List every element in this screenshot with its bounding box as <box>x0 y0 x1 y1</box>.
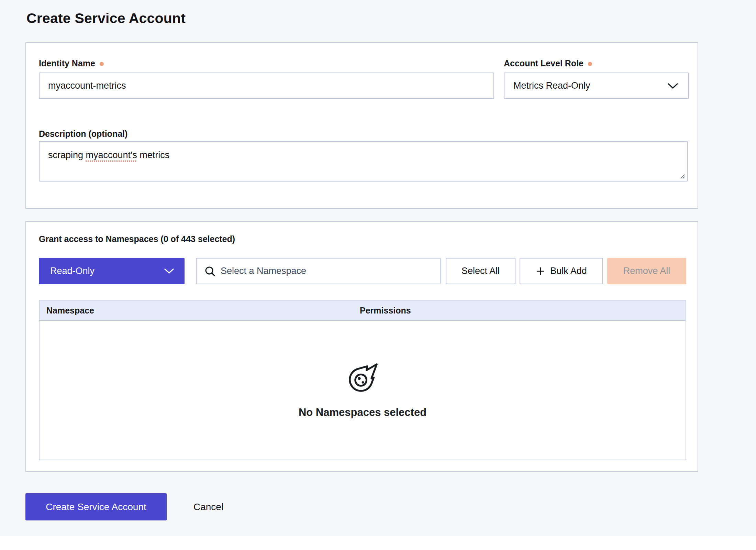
namespaces-toolbar: Read-Only Select All <box>39 258 686 284</box>
page-title: Create Service Account <box>26 10 186 26</box>
chevron-down-icon <box>164 268 174 274</box>
account-level-role-label: Account Level Role <box>504 58 592 68</box>
remove-all-label: Remove All <box>623 266 670 276</box>
remove-all-button[interactable]: Remove All <box>607 258 686 284</box>
description-misspelled-word: myaccount's <box>86 150 137 160</box>
select-all-button[interactable]: Select All <box>446 258 515 284</box>
namespace-search-box <box>196 258 441 284</box>
bulk-add-button[interactable]: Bulk Add <box>520 258 603 284</box>
cancel-button[interactable]: Cancel <box>190 493 227 520</box>
empty-state-text: No Namespaces selected <box>299 406 426 419</box>
create-service-account-button[interactable]: Create Service Account <box>25 493 167 520</box>
column-header-namespace: Namespace <box>40 306 360 316</box>
description-text-part: scraping <box>48 150 86 160</box>
required-dot-icon <box>100 62 104 66</box>
namespaces-heading: Grant access to Namespaces (0 of 443 sel… <box>39 234 235 244</box>
account-level-role-value: Metrics Read-Only <box>513 80 590 91</box>
select-all-label: Select All <box>462 266 500 276</box>
bulk-add-label: Bulk Add <box>550 266 587 276</box>
identity-name-input[interactable] <box>39 73 494 99</box>
account-level-role-label-text: Account Level Role <box>504 58 583 68</box>
description-label: Description (optional) <box>39 129 127 139</box>
required-dot-icon <box>588 62 592 66</box>
plus-icon <box>536 266 545 276</box>
identity-name-label-text: Identity Name <box>39 58 95 68</box>
namespaces-table-empty-state: No Namespaces selected <box>39 321 686 460</box>
role-filter-dropdown[interactable]: Read-Only <box>39 258 185 284</box>
namespaces-access-card: Grant access to Namespaces (0 of 443 sel… <box>25 221 698 472</box>
page-bottom-strip <box>0 536 756 550</box>
description-label-text: Description (optional) <box>39 129 127 139</box>
account-level-role-select[interactable]: Metrics Read-Only <box>504 73 689 99</box>
role-filter-label: Read-Only <box>50 266 94 276</box>
create-service-account-page: Create Service Account Identity Name Acc… <box>0 0 756 550</box>
chevron-down-icon <box>667 83 678 89</box>
identity-name-label: Identity Name <box>39 58 104 68</box>
namespaces-table: Namespace Permissions No Namespaces sele… <box>39 300 686 460</box>
comet-icon <box>346 362 379 395</box>
namespaces-table-header: Namespace Permissions <box>39 300 686 321</box>
description-textarea[interactable]: scraping myaccount's metrics <box>39 141 688 182</box>
namespace-search-input[interactable] <box>221 258 433 284</box>
description-text-part: metrics <box>137 150 170 160</box>
column-header-permissions: Permissions <box>360 306 411 316</box>
identity-details-card: Identity Name Account Level Role Metrics… <box>25 42 698 209</box>
resize-handle-icon[interactable] <box>679 173 686 179</box>
